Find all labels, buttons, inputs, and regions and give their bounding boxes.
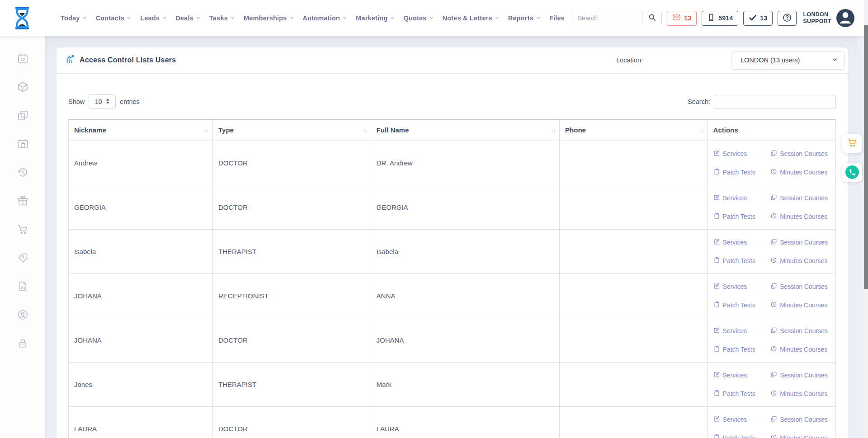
user-circle-icon[interactable] [17, 309, 29, 321]
cell-actions: Services Session Courses [708, 318, 835, 362]
cart-icon[interactable] [17, 223, 29, 235]
services-link[interactable]: Services [713, 283, 771, 291]
services-link[interactable]: Services [713, 371, 771, 379]
global-search [572, 11, 662, 25]
chevron-down-icon [429, 14, 434, 22]
calendar-12-icon[interactable]: 12 [17, 52, 29, 65]
edit-icon [713, 150, 720, 158]
calls-button[interactable]: 5914 [702, 11, 738, 26]
search-button[interactable] [642, 11, 661, 25]
column-label: Phone [565, 126, 586, 134]
minutes-courses-link[interactable]: Minutes Courses [770, 390, 830, 398]
minutes-courses-link[interactable]: Minutes Courses [770, 434, 830, 438]
chevron-down-icon [831, 56, 838, 64]
floating-cart-button[interactable] [842, 134, 862, 153]
column-header-full-name[interactable]: Full Name ↑↓ [371, 119, 559, 141]
gift-icon[interactable] [17, 195, 29, 207]
nav-item[interactable]: Today [61, 14, 87, 22]
minutes-courses-link[interactable]: Minutes Courses [770, 212, 830, 221]
action-label: Services [723, 327, 747, 334]
services-link[interactable]: Services [713, 415, 771, 424]
clone-icon [770, 150, 777, 158]
file-chart-icon[interactable] [17, 280, 29, 292]
column-header-phone[interactable]: Phone ↑↓ [560, 119, 708, 141]
session-courses-link[interactable]: Session Courses [770, 327, 830, 335]
patch-tests-link[interactable]: Patch Tests [713, 345, 771, 353]
messages-button[interactable]: 13 [667, 11, 697, 26]
nav-item-label: Marketing [356, 14, 387, 22]
minutes-courses-link[interactable]: Minutes Courses [770, 168, 830, 176]
clock-icon [770, 168, 777, 176]
entries-select[interactable]: 10 [89, 94, 116, 109]
column-header-nickname[interactable]: Nickname ↑↓ [69, 119, 213, 141]
location-select[interactable]: LONDON (13 users) [731, 51, 845, 70]
app-logo-icon[interactable] [12, 6, 33, 30]
calendar-bag-icon[interactable] [17, 138, 29, 150]
patch-tests-link[interactable]: Patch Tests [713, 390, 771, 398]
patch-tests-link[interactable]: Patch Tests [713, 212, 771, 221]
lock-icon[interactable] [17, 337, 29, 349]
minutes-courses-link[interactable]: Minutes Courses [770, 301, 830, 309]
minutes-courses-link[interactable]: Minutes Courses [770, 345, 830, 353]
cell-nickname: GEORGIA [69, 185, 213, 229]
patch-tests-link[interactable]: Patch Tests [713, 434, 771, 438]
action-label: Session Courses [780, 283, 828, 290]
clone-icon[interactable] [17, 109, 29, 122]
floating-phone-button[interactable] [842, 163, 862, 182]
sort-icon: ↑↓ [363, 127, 366, 133]
package-icon[interactable] [17, 81, 29, 93]
cell-actions: Services Session Courses [708, 185, 835, 229]
help-button[interactable] [778, 11, 797, 26]
nav-item[interactable]: Automation [303, 14, 348, 22]
tasks-button[interactable]: 13 [743, 11, 773, 26]
chevron-down-icon [495, 14, 500, 22]
page-scrollbar[interactable] [864, 0, 868, 438]
action-label: Patch Tests [723, 213, 755, 220]
services-link[interactable]: Services [713, 327, 771, 335]
table-search-input[interactable] [714, 95, 836, 109]
nav-item[interactable]: Notes & Letters [443, 14, 500, 22]
price-tag-icon[interactable]: $ [17, 252, 29, 264]
minutes-courses-link[interactable]: Minutes Courses [770, 257, 830, 265]
clone-icon [770, 283, 777, 291]
scrollbar-thumb[interactable] [864, 25, 868, 289]
user-name-line1: LONDON [803, 11, 831, 18]
session-courses-link[interactable]: Session Courses [770, 194, 830, 202]
nav-item[interactable]: Deals [175, 14, 201, 22]
clipboard-icon [713, 257, 720, 265]
card-body: Show 10 entries Search: [57, 74, 848, 438]
nav-item[interactable]: Marketing [356, 14, 395, 22]
nav-item[interactable]: Contacts [96, 14, 132, 22]
question-icon [782, 13, 792, 24]
nav-item[interactable]: Memberships [244, 14, 294, 22]
action-label: Minutes Courses [780, 346, 827, 353]
session-courses-link[interactable]: Session Courses [770, 283, 830, 291]
cell-nickname: Jones [69, 362, 213, 406]
check-icon [749, 14, 757, 23]
services-link[interactable]: Services [713, 238, 771, 246]
avatar[interactable] [836, 9, 854, 27]
edit-icon [713, 238, 720, 246]
acl-users-card: Access Control Lists Users Location: LON… [57, 47, 848, 438]
session-courses-link[interactable]: Session Courses [770, 150, 830, 158]
nav-item[interactable]: Reports [508, 14, 541, 22]
history-icon[interactable] [17, 166, 29, 179]
nav-item[interactable]: Files [549, 14, 565, 22]
session-courses-link[interactable]: Session Courses [770, 238, 830, 246]
global-search-input[interactable] [572, 11, 642, 25]
services-link[interactable]: Services [713, 150, 771, 158]
patch-tests-link[interactable]: Patch Tests [713, 168, 771, 176]
session-courses-link[interactable]: Session Courses [770, 415, 830, 424]
patch-tests-link[interactable]: Patch Tests [713, 257, 771, 265]
column-header-type[interactable]: Type ↑↓ [213, 119, 371, 141]
session-courses-link[interactable]: Session Courses [770, 371, 830, 379]
action-label: Session Courses [780, 372, 828, 379]
services-link[interactable]: Services [713, 194, 771, 202]
patch-tests-link[interactable]: Patch Tests [713, 301, 771, 309]
nav-item[interactable]: Quotes [403, 14, 434, 22]
nav-item[interactable]: Tasks [209, 14, 235, 22]
chevron-down-icon [342, 14, 347, 22]
nav-item-label: Contacts [96, 14, 125, 22]
cell-nickname: Andrew [69, 141, 213, 185]
nav-item[interactable]: Leads [140, 14, 167, 22]
